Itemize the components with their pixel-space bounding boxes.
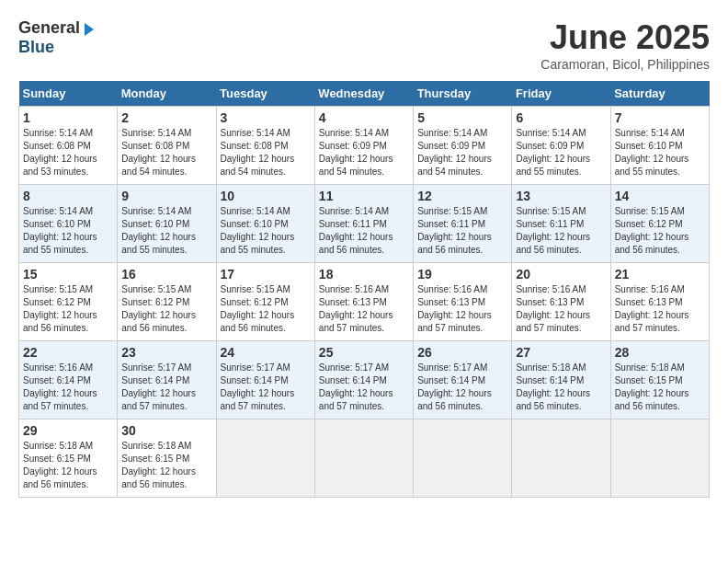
day-number: 14	[615, 189, 705, 203]
day-info: Sunrise: 5:14 AM Sunset: 6:08 PM Dayligh…	[221, 127, 311, 178]
table-cell: 7 Sunrise: 5:14 AM Sunset: 6:10 PM Dayli…	[610, 107, 709, 185]
table-cell	[610, 419, 709, 498]
table-cell: 28 Sunrise: 5:18 AM Sunset: 6:15 PM Dayl…	[610, 341, 709, 419]
day-info: Sunrise: 5:15 AM Sunset: 6:12 PM Dayligh…	[221, 283, 311, 335]
day-info: Sunrise: 5:15 AM Sunset: 6:11 PM Dayligh…	[417, 205, 507, 257]
table-cell: 18 Sunrise: 5:16 AM Sunset: 6:13 PM Dayl…	[314, 263, 413, 341]
day-number: 29	[23, 423, 113, 438]
table-cell: 20 Sunrise: 5:16 AM Sunset: 6:13 PM Dayl…	[512, 263, 610, 341]
table-cell	[216, 419, 314, 498]
table-cell	[512, 419, 610, 498]
header-saturday: Saturday	[610, 81, 709, 107]
month-title: June 2025	[540, 18, 710, 57]
day-number: 12	[417, 189, 507, 203]
logo-general: General	[18, 18, 80, 38]
table-cell: 27 Sunrise: 5:18 AM Sunset: 6:14 PM Dayl…	[512, 341, 610, 419]
day-info: Sunrise: 5:17 AM Sunset: 6:14 PM Dayligh…	[121, 362, 211, 413]
title-area: June 2025 Caramoran, Bicol, Philippines	[540, 18, 710, 72]
day-info: Sunrise: 5:14 AM Sunset: 6:09 PM Dayligh…	[417, 127, 507, 178]
table-cell: 21 Sunrise: 5:16 AM Sunset: 6:13 PM Dayl…	[610, 263, 709, 341]
logo-arrow-icon	[85, 23, 94, 36]
day-info: Sunrise: 5:18 AM Sunset: 6:14 PM Dayligh…	[516, 362, 606, 413]
day-info: Sunrise: 5:14 AM Sunset: 6:11 PM Dayligh…	[319, 205, 409, 257]
table-cell: 22 Sunrise: 5:16 AM Sunset: 6:14 PM Dayl…	[19, 341, 118, 419]
day-info: Sunrise: 5:14 AM Sunset: 6:10 PM Dayligh…	[221, 205, 311, 257]
day-info: Sunrise: 5:14 AM Sunset: 6:09 PM Dayligh…	[319, 127, 409, 178]
table-cell: 19 Sunrise: 5:16 AM Sunset: 6:13 PM Dayl…	[414, 263, 512, 341]
table-cell: 3 Sunrise: 5:14 AM Sunset: 6:08 PM Dayli…	[216, 107, 314, 185]
table-cell: 10 Sunrise: 5:14 AM Sunset: 6:10 PM Dayl…	[216, 185, 314, 263]
day-info: Sunrise: 5:14 AM Sunset: 6:08 PM Dayligh…	[23, 127, 113, 178]
table-cell: 15 Sunrise: 5:15 AM Sunset: 6:12 PM Dayl…	[19, 263, 118, 341]
header-wednesday: Wednesday	[314, 81, 413, 107]
day-number: 27	[516, 345, 606, 360]
table-cell: 24 Sunrise: 5:17 AM Sunset: 6:14 PM Dayl…	[216, 341, 314, 419]
table-cell: 9 Sunrise: 5:14 AM Sunset: 6:10 PM Dayli…	[118, 185, 216, 263]
day-number: 9	[121, 189, 211, 203]
day-info: Sunrise: 5:15 AM Sunset: 6:12 PM Dayligh…	[23, 283, 113, 335]
table-cell: 29 Sunrise: 5:18 AM Sunset: 6:15 PM Dayl…	[19, 419, 118, 498]
day-number: 23	[121, 345, 211, 360]
day-number: 3	[221, 110, 311, 125]
day-number: 21	[615, 267, 705, 282]
day-number: 20	[516, 267, 606, 282]
day-info: Sunrise: 5:16 AM Sunset: 6:13 PM Dayligh…	[516, 283, 606, 335]
day-number: 15	[23, 267, 113, 282]
table-cell: 17 Sunrise: 5:15 AM Sunset: 6:12 PM Dayl…	[216, 263, 314, 341]
day-info: Sunrise: 5:16 AM Sunset: 6:14 PM Dayligh…	[23, 362, 113, 413]
day-number: 1	[23, 110, 113, 125]
table-cell: 2 Sunrise: 5:14 AM Sunset: 6:08 PM Dayli…	[118, 107, 216, 185]
table-cell: 30 Sunrise: 5:18 AM Sunset: 6:15 PM Dayl…	[118, 419, 216, 498]
header-monday: Monday	[118, 81, 216, 107]
day-number: 13	[516, 189, 606, 203]
day-number: 4	[319, 110, 409, 125]
day-number: 2	[121, 110, 211, 125]
day-number: 11	[319, 189, 409, 203]
day-info: Sunrise: 5:15 AM Sunset: 6:11 PM Dayligh…	[516, 205, 606, 257]
day-number: 8	[23, 189, 113, 203]
day-info: Sunrise: 5:18 AM Sunset: 6:15 PM Dayligh…	[23, 440, 113, 491]
day-number: 28	[615, 345, 705, 360]
day-number: 17	[221, 267, 311, 282]
header-sunday: Sunday	[19, 81, 118, 107]
day-info: Sunrise: 5:16 AM Sunset: 6:13 PM Dayligh…	[417, 283, 507, 335]
day-number: 10	[221, 189, 311, 203]
logo: General Blue	[18, 18, 94, 57]
table-cell: 5 Sunrise: 5:14 AM Sunset: 6:09 PM Dayli…	[414, 107, 512, 185]
day-number: 5	[417, 110, 507, 125]
day-info: Sunrise: 5:16 AM Sunset: 6:13 PM Dayligh…	[319, 283, 409, 335]
location-title: Caramoran, Bicol, Philippines	[540, 57, 710, 72]
day-number: 19	[417, 267, 507, 282]
day-number: 24	[221, 345, 311, 360]
day-info: Sunrise: 5:14 AM Sunset: 6:10 PM Dayligh…	[121, 205, 211, 257]
header-friday: Friday	[512, 81, 610, 107]
table-cell: 13 Sunrise: 5:15 AM Sunset: 6:11 PM Dayl…	[512, 185, 610, 263]
table-cell: 11 Sunrise: 5:14 AM Sunset: 6:11 PM Dayl…	[314, 185, 413, 263]
table-cell: 25 Sunrise: 5:17 AM Sunset: 6:14 PM Dayl…	[314, 341, 413, 419]
logo-blue: Blue	[18, 38, 54, 57]
day-number: 7	[615, 110, 705, 125]
day-info: Sunrise: 5:15 AM Sunset: 6:12 PM Dayligh…	[121, 283, 211, 335]
day-info: Sunrise: 5:14 AM Sunset: 6:10 PM Dayligh…	[615, 127, 705, 178]
day-number: 18	[319, 267, 409, 282]
table-cell: 8 Sunrise: 5:14 AM Sunset: 6:10 PM Dayli…	[19, 185, 118, 263]
table-cell: 14 Sunrise: 5:15 AM Sunset: 6:12 PM Dayl…	[610, 185, 709, 263]
day-info: Sunrise: 5:17 AM Sunset: 6:14 PM Dayligh…	[319, 362, 409, 413]
day-info: Sunrise: 5:17 AM Sunset: 6:14 PM Dayligh…	[221, 362, 311, 413]
calendar-header: General Blue June 2025 Caramoran, Bicol,…	[18, 18, 710, 72]
day-info: Sunrise: 5:18 AM Sunset: 6:15 PM Dayligh…	[121, 440, 211, 491]
table-cell: 16 Sunrise: 5:15 AM Sunset: 6:12 PM Dayl…	[118, 263, 216, 341]
day-number: 6	[516, 110, 606, 125]
day-number: 16	[121, 267, 211, 282]
header-thursday: Thursday	[414, 81, 512, 107]
day-info: Sunrise: 5:18 AM Sunset: 6:15 PM Dayligh…	[615, 362, 705, 413]
calendar-table: Sunday Monday Tuesday Wednesday Thursday…	[18, 81, 710, 498]
day-info: Sunrise: 5:14 AM Sunset: 6:09 PM Dayligh…	[516, 127, 606, 178]
table-cell: 12 Sunrise: 5:15 AM Sunset: 6:11 PM Dayl…	[414, 185, 512, 263]
table-cell: 1 Sunrise: 5:14 AM Sunset: 6:08 PM Dayli…	[19, 107, 118, 185]
table-cell: 4 Sunrise: 5:14 AM Sunset: 6:09 PM Dayli…	[314, 107, 413, 185]
day-number: 22	[23, 345, 113, 360]
day-info: Sunrise: 5:17 AM Sunset: 6:14 PM Dayligh…	[417, 362, 507, 413]
table-cell: 23 Sunrise: 5:17 AM Sunset: 6:14 PM Dayl…	[118, 341, 216, 419]
day-number: 26	[417, 345, 507, 360]
